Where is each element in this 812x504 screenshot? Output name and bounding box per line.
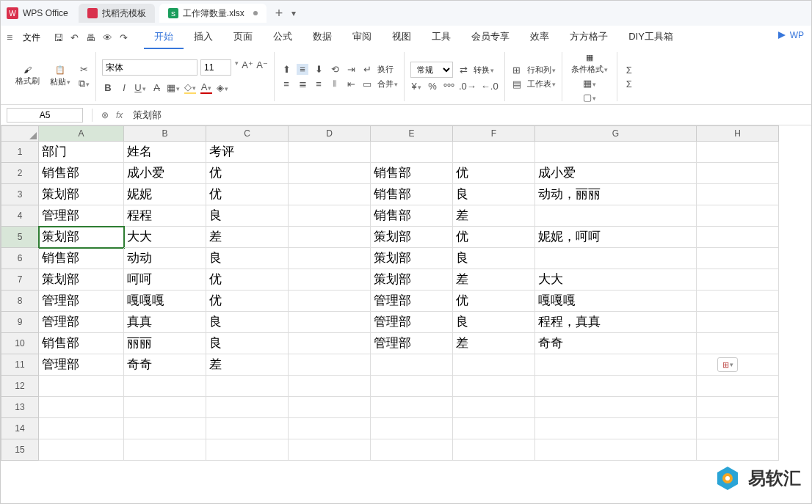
- sum-icon[interactable]: Σ: [623, 65, 635, 76]
- paste-button[interactable]: 📋 粘贴▾: [47, 64, 73, 90]
- cell[interactable]: [206, 418, 289, 439]
- border-icon[interactable]: ▦▾: [167, 82, 180, 93]
- cell[interactable]: 管理部: [371, 333, 453, 354]
- cell[interactable]: 成小爱: [124, 163, 206, 184]
- cell[interactable]: [697, 205, 779, 227]
- cell[interactable]: 优: [453, 227, 535, 248]
- cell[interactable]: [289, 163, 371, 184]
- cell[interactable]: [535, 418, 697, 439]
- cell[interactable]: [697, 142, 779, 163]
- cell[interactable]: [697, 418, 779, 439]
- cell[interactable]: 大大: [535, 269, 697, 291]
- row-header[interactable]: 4: [1, 205, 39, 227]
- align-middle-icon[interactable]: ≡: [297, 64, 308, 75]
- cell[interactable]: 销售部: [371, 163, 453, 184]
- cell[interactable]: [124, 418, 206, 439]
- cell[interactable]: [453, 439, 535, 461]
- cell[interactable]: 管理部: [39, 354, 124, 376]
- redo-icon[interactable]: ↷: [120, 32, 128, 43]
- print-icon[interactable]: 🖶: [86, 32, 95, 43]
- align-right-icon[interactable]: ≡: [313, 78, 325, 90]
- cell[interactable]: [289, 312, 371, 333]
- font-name-select[interactable]: [102, 59, 197, 76]
- cell[interactable]: [453, 397, 535, 418]
- row-header[interactable]: 7: [1, 269, 39, 291]
- cell[interactable]: [289, 227, 371, 248]
- worksheet-icon[interactable]: ▤: [511, 78, 523, 90]
- cell[interactable]: [39, 397, 124, 418]
- cell[interactable]: 销售部: [39, 248, 124, 269]
- cell[interactable]: 策划部: [39, 227, 124, 248]
- cell[interactable]: [39, 418, 124, 439]
- save-icon[interactable]: 🖫: [54, 32, 63, 43]
- cell[interactable]: [697, 439, 779, 461]
- cell[interactable]: 优: [206, 291, 289, 312]
- cell[interactable]: 奇奇: [124, 354, 206, 376]
- cell[interactable]: 考评: [206, 142, 289, 163]
- currency-icon[interactable]: ¥▾: [410, 81, 422, 92]
- column-header[interactable]: A: [39, 125, 124, 142]
- file-menu[interactable]: 文件: [17, 29, 46, 47]
- bold-icon[interactable]: B: [102, 82, 114, 93]
- cell[interactable]: [697, 354, 779, 376]
- decrease-font-icon[interactable]: A⁻: [256, 59, 268, 76]
- cell[interactable]: 管理部: [39, 291, 124, 312]
- cell[interactable]: [289, 184, 371, 205]
- cell[interactable]: [697, 397, 779, 418]
- chevron-down-icon[interactable]: ▾: [235, 59, 239, 76]
- decrease-decimal-icon[interactable]: ←.0: [481, 81, 499, 92]
- cell[interactable]: [697, 227, 779, 248]
- cell[interactable]: 差: [453, 205, 535, 227]
- undo-icon[interactable]: ↶: [70, 32, 79, 43]
- copy-icon[interactable]: ⧉▾: [78, 78, 90, 90]
- percent-icon[interactable]: %: [427, 81, 438, 92]
- preview-icon[interactable]: 👁: [103, 32, 112, 43]
- cancel-icon[interactable]: ⊗: [101, 110, 109, 120]
- menu-tab[interactable]: 工具: [421, 26, 461, 49]
- menu-tab[interactable]: 页面: [223, 26, 263, 49]
- fx-icon[interactable]: fx: [116, 110, 123, 120]
- cell[interactable]: [39, 376, 124, 397]
- cell[interactable]: [124, 376, 206, 397]
- number-format-select[interactable]: 常规: [410, 62, 453, 78]
- cell[interactable]: 良: [206, 205, 289, 227]
- cell[interactable]: [289, 248, 371, 269]
- menu-tab[interactable]: 开始: [144, 26, 184, 49]
- name-box[interactable]: [7, 108, 83, 123]
- outdent-icon[interactable]: ⇤: [345, 78, 357, 90]
- cell[interactable]: [697, 312, 779, 333]
- column-header[interactable]: D: [289, 125, 371, 142]
- font-size-select[interactable]: [200, 59, 231, 76]
- cell[interactable]: 姓名: [124, 142, 206, 163]
- cell[interactable]: [289, 354, 371, 376]
- format-painter-button[interactable]: 🖌 格式刷: [12, 64, 43, 90]
- cell[interactable]: 妮妮，呵呵: [535, 227, 697, 248]
- brand-right[interactable]: WP: [777, 30, 804, 40]
- clear-format-icon[interactable]: ◈▾: [217, 82, 228, 93]
- cell[interactable]: 差: [453, 333, 535, 354]
- cell[interactable]: [697, 184, 779, 205]
- cell[interactable]: [289, 205, 371, 227]
- cell[interactable]: 部门: [39, 142, 124, 163]
- column-header[interactable]: H: [697, 125, 779, 142]
- cell[interactable]: [697, 376, 779, 397]
- column-header[interactable]: B: [124, 125, 206, 142]
- cell[interactable]: [535, 376, 697, 397]
- menu-tab[interactable]: 插入: [184, 26, 223, 49]
- cell[interactable]: 良: [453, 248, 535, 269]
- cell[interactable]: 销售部: [39, 333, 124, 354]
- cell[interactable]: 优: [206, 184, 289, 205]
- column-header[interactable]: C: [206, 125, 289, 142]
- cell[interactable]: [206, 439, 289, 461]
- cell[interactable]: [535, 205, 697, 227]
- row-header[interactable]: 2: [1, 163, 39, 184]
- cell[interactable]: 销售部: [371, 205, 453, 227]
- cell[interactable]: 动动，丽丽: [535, 184, 697, 205]
- cell[interactable]: 呵呵: [124, 269, 206, 291]
- tab-menu-button[interactable]: ▾: [291, 8, 296, 18]
- align-center-icon[interactable]: ≣: [297, 78, 308, 90]
- align-bottom-icon[interactable]: ⬇: [313, 64, 325, 75]
- cell[interactable]: [371, 354, 453, 376]
- cell[interactable]: 差: [206, 354, 289, 376]
- cell[interactable]: [453, 354, 535, 376]
